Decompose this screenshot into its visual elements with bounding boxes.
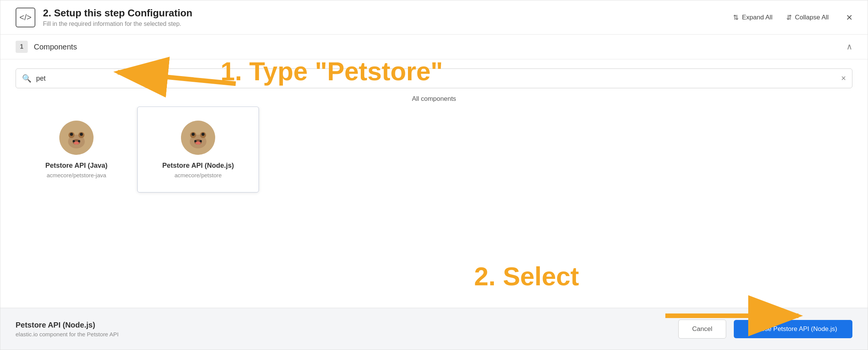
- svg-point-8: [73, 140, 75, 142]
- page-title: 2. Setup this step Configuration: [43, 7, 733, 19]
- components-area: Petstore API (Java) acmecore/petstore-ja…: [0, 107, 868, 308]
- component-avatar-java: [59, 121, 94, 155]
- component-path-java: acmecore/petstore-java: [47, 172, 106, 178]
- expand-all-button[interactable]: ⇅ Expand All: [733, 13, 772, 22]
- bottom-info: Petstore API (Node.js) elastic.io compon…: [16, 321, 119, 337]
- section-header: 1 Components ∧: [0, 35, 868, 59]
- cancel-button[interactable]: Cancel: [678, 320, 727, 339]
- code-icon: </>: [16, 8, 35, 27]
- component-name-nodejs: Petstore API (Node.js): [162, 162, 234, 170]
- svg-point-5: [80, 133, 83, 136]
- component-path-nodejs: acmecore/petstore: [175, 172, 222, 178]
- header-text: 2. Setup this step Configuration Fill in…: [43, 7, 733, 27]
- svg-point-17: [195, 142, 201, 145]
- section-collapse-icon[interactable]: ∧: [846, 42, 852, 52]
- collapse-all-button[interactable]: ⇵ Collapse All: [786, 13, 829, 22]
- components-grid: Petstore API (Java) acmecore/petstore-ja…: [16, 107, 852, 192]
- close-button[interactable]: ×: [846, 12, 852, 23]
- page-wrapper: </> 2. Setup this step Configuration Fil…: [0, 0, 868, 350]
- search-icon: 🔍: [22, 74, 32, 83]
- component-avatar-nodejs: [181, 121, 215, 155]
- bottom-bar: Petstore API (Node.js) elastic.io compon…: [0, 308, 868, 350]
- section-number: 1: [16, 41, 28, 53]
- header: </> 2. Setup this step Configuration Fil…: [0, 0, 868, 35]
- search-area: 🔍 ×: [0, 59, 868, 88]
- collapse-icon: ⇵: [786, 13, 792, 22]
- selected-component-description: elastic.io component for the Petstore AP…: [16, 331, 119, 337]
- svg-point-9: [78, 140, 80, 142]
- svg-point-15: [202, 133, 205, 136]
- section-label: Components: [34, 43, 846, 51]
- component-name-java: Petstore API (Java): [45, 162, 107, 170]
- search-input[interactable]: [36, 75, 841, 83]
- bottom-actions: Cancel Choose Petstore API (Node.js): [678, 320, 852, 339]
- all-components-label: All components: [0, 88, 868, 107]
- search-clear-button[interactable]: ×: [841, 73, 846, 83]
- svg-point-4: [70, 133, 73, 136]
- expand-icon: ⇅: [733, 13, 739, 22]
- page-subtitle: Fill in the required information for the…: [43, 21, 733, 27]
- svg-point-18: [194, 140, 197, 142]
- component-card-java[interactable]: Petstore API (Java) acmecore/petstore-ja…: [16, 107, 137, 192]
- search-bar: 🔍 ×: [16, 68, 852, 88]
- component-card-nodejs[interactable]: Petstore API (Node.js) acmecore/petstore: [137, 107, 259, 192]
- svg-point-19: [200, 140, 202, 142]
- selected-component-title: Petstore API (Node.js): [16, 321, 119, 329]
- header-actions: ⇅ Expand All ⇵ Collapse All ×: [733, 12, 852, 23]
- choose-button[interactable]: Choose Petstore API (Node.js): [734, 320, 852, 338]
- svg-point-7: [74, 142, 79, 145]
- svg-point-14: [192, 133, 195, 136]
